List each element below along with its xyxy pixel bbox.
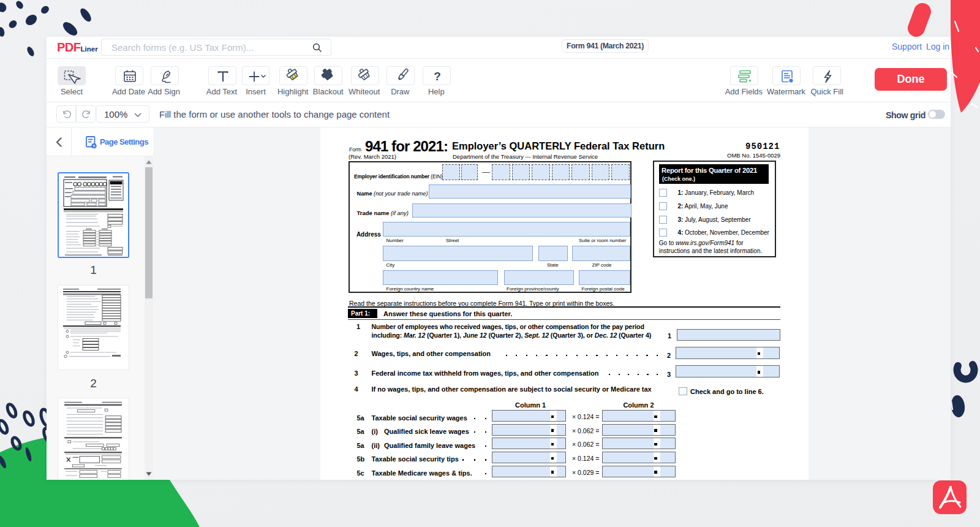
svg-text:?: ? bbox=[434, 70, 441, 83]
